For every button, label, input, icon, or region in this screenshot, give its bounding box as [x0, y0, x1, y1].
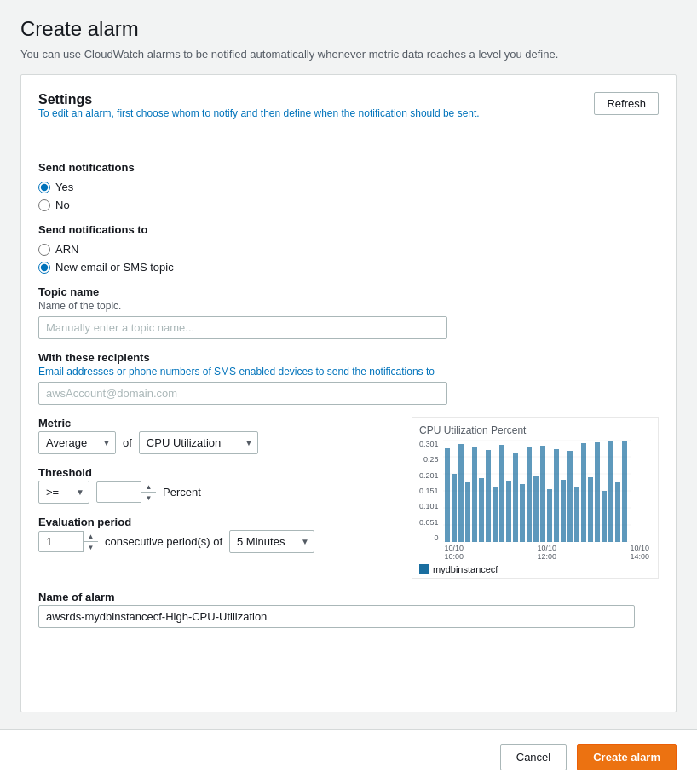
metric-section: Metric Average Sum Minimum Maximum ▼ of — [38, 417, 395, 454]
radio-no-label: No — [55, 199, 70, 211]
refresh-button[interactable]: Refresh — [594, 92, 659, 115]
svg-rect-17 — [513, 453, 518, 542]
alarm-name-section: Name of alarm — [38, 591, 659, 628]
topic-name-section: Topic name Name of the topic. — [38, 285, 659, 339]
radio-no[interactable]: No — [38, 199, 659, 211]
svg-rect-32 — [615, 482, 620, 542]
consecutive-text: consecutive period(s) of — [105, 535, 222, 548]
y-label-6: 0.051 — [419, 518, 439, 527]
svg-rect-13 — [486, 450, 491, 542]
threshold-spinner-arrows: ▲ ▼ — [141, 481, 156, 503]
threshold-increment-button[interactable]: ▲ — [141, 481, 156, 493]
send-notifications-radio-group: Yes No — [38, 181, 659, 211]
threshold-label: Threshold — [38, 466, 395, 479]
period-select[interactable]: 5 Minutes 1 Minute 15 Minutes 1 Hour — [229, 530, 314, 553]
aggregate-select-wrapper: Average Sum Minimum Maximum ▼ — [38, 431, 116, 454]
y-label-4: 0.151 — [419, 487, 439, 495]
svg-rect-14 — [493, 487, 498, 542]
svg-rect-8 — [452, 474, 457, 542]
radio-new-email-input[interactable] — [38, 262, 50, 274]
svg-rect-30 — [602, 491, 607, 542]
y-label-1: 0.301 — [419, 440, 439, 448]
svg-rect-18 — [520, 484, 525, 542]
threshold-value-wrapper: ▲ ▼ — [96, 481, 156, 503]
svg-rect-22 — [547, 489, 552, 542]
x-label-1: 10/10 10:00 — [445, 544, 464, 561]
x-label-2: 10/10 12:00 — [538, 544, 557, 561]
legend-label: mydbinstancecf — [433, 564, 498, 574]
recipients-hint: Email addresses or phone numbers of SMS … — [38, 366, 659, 378]
radio-yes-input[interactable] — [38, 182, 50, 193]
recipients-label: With these recipients — [38, 351, 659, 364]
y-axis-labels: 0.301 0.25 0.201 0.151 0.101 0.051 0 — [419, 440, 441, 542]
radio-arn-input[interactable] — [38, 244, 50, 256]
svg-rect-33 — [622, 441, 627, 542]
create-alarm-button[interactable]: Create alarm — [577, 744, 677, 770]
radio-no-input[interactable] — [38, 199, 50, 211]
y-label-3: 0.201 — [419, 471, 439, 480]
svg-rect-24 — [561, 480, 566, 542]
metric-chart: CPU Utilization Percent 0.301 0.25 0.201… — [412, 417, 659, 579]
recipients-input[interactable] — [38, 382, 447, 405]
eval-row: ▲ ▼ consecutive period(s) of 5 Minutes 1… — [38, 530, 395, 553]
topic-name-input[interactable] — [38, 316, 447, 339]
metric-label: Metric — [38, 417, 395, 429]
chart-legend: mydbinstancecf — [419, 564, 651, 574]
cancel-button[interactable]: Cancel — [500, 744, 567, 770]
recipients-section: With these recipients Email addresses or… — [38, 351, 659, 405]
svg-rect-26 — [574, 487, 579, 542]
topic-name-label: Topic name — [38, 285, 659, 298]
eval-period-value-wrapper: ▲ ▼ — [38, 531, 98, 552]
radio-arn[interactable]: ARN — [38, 243, 659, 256]
chart-body: 0.301 0.25 0.201 0.151 0.101 0.051 0 — [419, 440, 651, 561]
radio-new-email-label: New email or SMS topic — [55, 261, 174, 274]
legend-color-box — [419, 564, 429, 574]
threshold-row: >= <= > < = ▼ ▲ ▼ — [38, 481, 395, 504]
settings-title: Settings — [38, 92, 480, 107]
send-to-radio-group: ARN New email or SMS topic — [38, 243, 659, 274]
eval-period-decrement-button[interactable]: ▼ — [84, 542, 98, 552]
svg-rect-23 — [554, 449, 559, 542]
send-notifications-to-label: Send notifications to — [38, 223, 659, 236]
metric-row: Average Sum Minimum Maximum ▼ of CPU Uti… — [38, 431, 395, 454]
evaluation-period-section: Evaluation period ▲ ▼ consecutive period… — [38, 516, 395, 553]
divider-1 — [38, 147, 659, 147]
chart-svg — [443, 440, 631, 542]
metric-select-wrapper: CPU Utilization ▼ — [139, 431, 258, 454]
threshold-unit: Percent — [163, 486, 201, 499]
svg-rect-21 — [540, 446, 545, 542]
svg-rect-27 — [581, 443, 586, 542]
send-notifications-section: Send notifications Yes No — [38, 161, 659, 211]
svg-rect-12 — [479, 478, 484, 542]
radio-arn-label: ARN — [55, 243, 78, 256]
metric-left: Metric Average Sum Minimum Maximum ▼ of — [38, 417, 395, 565]
eval-period-increment-button[interactable]: ▲ — [84, 531, 98, 542]
svg-rect-31 — [608, 441, 613, 542]
svg-rect-10 — [465, 482, 470, 542]
cpu-chart-container: CPU Utilization Percent 0.301 0.25 0.201… — [412, 417, 659, 579]
alarm-name-label: Name of alarm — [38, 591, 659, 603]
svg-rect-25 — [567, 451, 573, 542]
threshold-decrement-button[interactable]: ▼ — [141, 493, 156, 503]
x-axis-labels: 10/10 10:00 10/10 12:00 10/10 14:00 — [443, 544, 651, 561]
aggregate-select[interactable]: Average Sum Minimum Maximum — [38, 431, 116, 454]
svg-rect-20 — [533, 476, 539, 542]
svg-rect-9 — [458, 444, 464, 542]
page-title: Create alarm — [20, 17, 677, 41]
y-label-2: 0.25 — [419, 455, 439, 464]
svg-rect-29 — [595, 442, 600, 542]
y-label-5: 0.101 — [419, 502, 439, 510]
alarm-name-input[interactable] — [38, 605, 635, 628]
chart-area: 10/10 10:00 10/10 12:00 10/10 14:00 — [443, 440, 651, 561]
metric-select[interactable]: CPU Utilization — [139, 431, 258, 454]
svg-rect-11 — [472, 447, 477, 542]
settings-description: To edit an alarm, first choose whom to n… — [38, 107, 480, 119]
svg-rect-16 — [506, 481, 511, 542]
radio-yes[interactable]: Yes — [38, 181, 659, 193]
eval-period-spinner-arrows: ▲ ▼ — [83, 531, 98, 552]
threshold-operator-wrapper: >= <= > < = ▼ — [38, 481, 89, 504]
svg-rect-19 — [527, 447, 532, 542]
x-label-3: 10/10 14:00 — [630, 544, 649, 561]
radio-new-email[interactable]: New email or SMS topic — [38, 261, 659, 274]
threshold-operator-select[interactable]: >= <= > < = — [38, 481, 89, 504]
